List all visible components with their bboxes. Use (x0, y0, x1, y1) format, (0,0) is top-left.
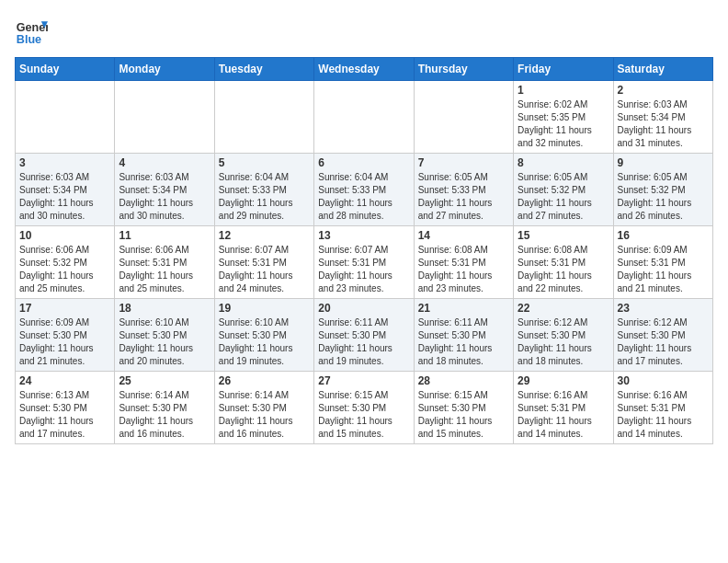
calendar-cell (214, 81, 313, 154)
day-number: 28 (418, 374, 509, 387)
svg-text:Blue: Blue (17, 33, 41, 46)
calendar-cell: 23Sunrise: 6:12 AM Sunset: 5:30 PM Dayli… (613, 299, 712, 372)
page-header: General Blue (15, 15, 713, 48)
calendar-cell: 13Sunrise: 6:07 AM Sunset: 5:31 PM Dayli… (314, 226, 414, 299)
day-info: Sunrise: 6:13 AM Sunset: 5:30 PM Dayligh… (19, 389, 110, 441)
day-info: Sunrise: 6:04 AM Sunset: 5:33 PM Dayligh… (318, 171, 409, 223)
calendar-cell: 6Sunrise: 6:04 AM Sunset: 5:33 PM Daylig… (314, 154, 414, 226)
day-number: 8 (518, 156, 609, 169)
day-of-week-header: Wednesday (314, 58, 414, 81)
calendar-cell: 15Sunrise: 6:08 AM Sunset: 5:31 PM Dayli… (514, 226, 613, 299)
day-number: 19 (219, 302, 310, 315)
calendar-cell: 7Sunrise: 6:05 AM Sunset: 5:33 PM Daylig… (414, 154, 513, 226)
day-of-week-header: Tuesday (214, 58, 313, 81)
calendar-cell: 17Sunrise: 6:09 AM Sunset: 5:30 PM Dayli… (16, 299, 115, 372)
day-number: 27 (318, 374, 409, 387)
calendar-cell: 30Sunrise: 6:16 AM Sunset: 5:31 PM Dayli… (613, 372, 712, 444)
day-info: Sunrise: 6:05 AM Sunset: 5:32 PM Dayligh… (618, 171, 709, 223)
calendar-cell (314, 81, 414, 154)
day-number: 25 (119, 374, 210, 387)
calendar-cell: 18Sunrise: 6:10 AM Sunset: 5:30 PM Dayli… (115, 299, 214, 372)
logo-icon: General Blue (15, 15, 48, 48)
day-info: Sunrise: 6:06 AM Sunset: 5:32 PM Dayligh… (19, 244, 110, 295)
day-of-week-header: Thursday (414, 58, 513, 81)
day-number: 17 (19, 302, 110, 315)
calendar-cell: 12Sunrise: 6:07 AM Sunset: 5:31 PM Dayli… (214, 226, 313, 299)
day-number: 24 (19, 374, 110, 387)
day-number: 22 (518, 302, 609, 315)
day-info: Sunrise: 6:03 AM Sunset: 5:34 PM Dayligh… (618, 98, 709, 150)
day-number: 6 (318, 156, 409, 169)
calendar-cell: 5Sunrise: 6:04 AM Sunset: 5:33 PM Daylig… (214, 154, 313, 226)
day-info: Sunrise: 6:16 AM Sunset: 5:31 PM Dayligh… (518, 389, 609, 441)
day-number: 14 (418, 229, 509, 242)
day-info: Sunrise: 6:14 AM Sunset: 5:30 PM Dayligh… (219, 389, 310, 441)
day-number: 12 (219, 229, 310, 242)
day-number: 18 (119, 302, 210, 315)
day-number: 5 (219, 156, 310, 169)
day-info: Sunrise: 6:03 AM Sunset: 5:34 PM Dayligh… (119, 171, 210, 223)
day-number: 16 (618, 229, 709, 242)
day-info: Sunrise: 6:14 AM Sunset: 5:30 PM Dayligh… (119, 389, 210, 441)
calendar-cell: 27Sunrise: 6:15 AM Sunset: 5:30 PM Dayli… (314, 372, 414, 444)
calendar-cell: 2Sunrise: 6:03 AM Sunset: 5:34 PM Daylig… (613, 81, 712, 154)
day-number: 2 (618, 84, 709, 97)
day-number: 1 (518, 84, 609, 97)
day-number: 11 (119, 229, 210, 242)
day-info: Sunrise: 6:16 AM Sunset: 5:31 PM Dayligh… (618, 389, 709, 441)
day-number: 26 (219, 374, 310, 387)
day-number: 13 (318, 229, 409, 242)
calendar-table: SundayMondayTuesdayWednesdayThursdayFrid… (15, 57, 713, 444)
day-info: Sunrise: 6:03 AM Sunset: 5:34 PM Dayligh… (19, 171, 110, 223)
calendar-cell: 14Sunrise: 6:08 AM Sunset: 5:31 PM Dayli… (414, 226, 513, 299)
calendar-cell (16, 81, 115, 154)
calendar-cell: 3Sunrise: 6:03 AM Sunset: 5:34 PM Daylig… (16, 154, 115, 226)
calendar-cell: 21Sunrise: 6:11 AM Sunset: 5:30 PM Dayli… (414, 299, 513, 372)
calendar-cell: 20Sunrise: 6:11 AM Sunset: 5:30 PM Dayli… (314, 299, 414, 372)
day-info: Sunrise: 6:09 AM Sunset: 5:31 PM Dayligh… (618, 244, 709, 295)
day-info: Sunrise: 6:12 AM Sunset: 5:30 PM Dayligh… (618, 316, 709, 368)
day-of-week-header: Monday (115, 58, 214, 81)
calendar-cell: 9Sunrise: 6:05 AM Sunset: 5:32 PM Daylig… (613, 154, 712, 226)
day-info: Sunrise: 6:11 AM Sunset: 5:30 PM Dayligh… (418, 316, 509, 368)
day-number: 29 (518, 374, 609, 387)
calendar-cell: 11Sunrise: 6:06 AM Sunset: 5:31 PM Dayli… (115, 226, 214, 299)
day-info: Sunrise: 6:04 AM Sunset: 5:33 PM Dayligh… (219, 171, 310, 223)
day-number: 20 (318, 302, 409, 315)
calendar-cell: 29Sunrise: 6:16 AM Sunset: 5:31 PM Dayli… (514, 372, 613, 444)
day-info: Sunrise: 6:07 AM Sunset: 5:31 PM Dayligh… (318, 244, 409, 295)
day-number: 15 (518, 229, 609, 242)
day-info: Sunrise: 6:09 AM Sunset: 5:30 PM Dayligh… (19, 316, 110, 368)
calendar-cell: 1Sunrise: 6:02 AM Sunset: 5:35 PM Daylig… (514, 81, 613, 154)
day-number: 7 (418, 156, 509, 169)
calendar-cell: 8Sunrise: 6:05 AM Sunset: 5:32 PM Daylig… (514, 154, 613, 226)
day-number: 30 (618, 374, 709, 387)
day-of-week-header: Saturday (613, 58, 712, 81)
day-info: Sunrise: 6:10 AM Sunset: 5:30 PM Dayligh… (119, 316, 210, 368)
calendar-cell: 22Sunrise: 6:12 AM Sunset: 5:30 PM Dayli… (514, 299, 613, 372)
calendar-cell (115, 81, 214, 154)
day-info: Sunrise: 6:07 AM Sunset: 5:31 PM Dayligh… (219, 244, 310, 295)
day-of-week-header: Friday (514, 58, 613, 81)
day-info: Sunrise: 6:08 AM Sunset: 5:31 PM Dayligh… (418, 244, 509, 295)
calendar-cell (414, 81, 513, 154)
day-number: 9 (618, 156, 709, 169)
day-info: Sunrise: 6:08 AM Sunset: 5:31 PM Dayligh… (518, 244, 609, 295)
day-number: 4 (119, 156, 210, 169)
day-info: Sunrise: 6:15 AM Sunset: 5:30 PM Dayligh… (418, 389, 509, 441)
logo: General Blue (15, 15, 48, 48)
calendar-cell: 28Sunrise: 6:15 AM Sunset: 5:30 PM Dayli… (414, 372, 513, 444)
day-info: Sunrise: 6:11 AM Sunset: 5:30 PM Dayligh… (318, 316, 409, 368)
calendar-cell: 10Sunrise: 6:06 AM Sunset: 5:32 PM Dayli… (16, 226, 115, 299)
day-info: Sunrise: 6:12 AM Sunset: 5:30 PM Dayligh… (518, 316, 609, 368)
calendar-cell: 25Sunrise: 6:14 AM Sunset: 5:30 PM Dayli… (115, 372, 214, 444)
day-number: 23 (618, 302, 709, 315)
day-info: Sunrise: 6:05 AM Sunset: 5:32 PM Dayligh… (518, 171, 609, 223)
day-number: 21 (418, 302, 509, 315)
calendar-cell: 16Sunrise: 6:09 AM Sunset: 5:31 PM Dayli… (613, 226, 712, 299)
calendar-cell: 4Sunrise: 6:03 AM Sunset: 5:34 PM Daylig… (115, 154, 214, 226)
day-number: 3 (19, 156, 110, 169)
day-info: Sunrise: 6:10 AM Sunset: 5:30 PM Dayligh… (219, 316, 310, 368)
day-info: Sunrise: 6:06 AM Sunset: 5:31 PM Dayligh… (119, 244, 210, 295)
day-info: Sunrise: 6:02 AM Sunset: 5:35 PM Dayligh… (518, 98, 609, 150)
